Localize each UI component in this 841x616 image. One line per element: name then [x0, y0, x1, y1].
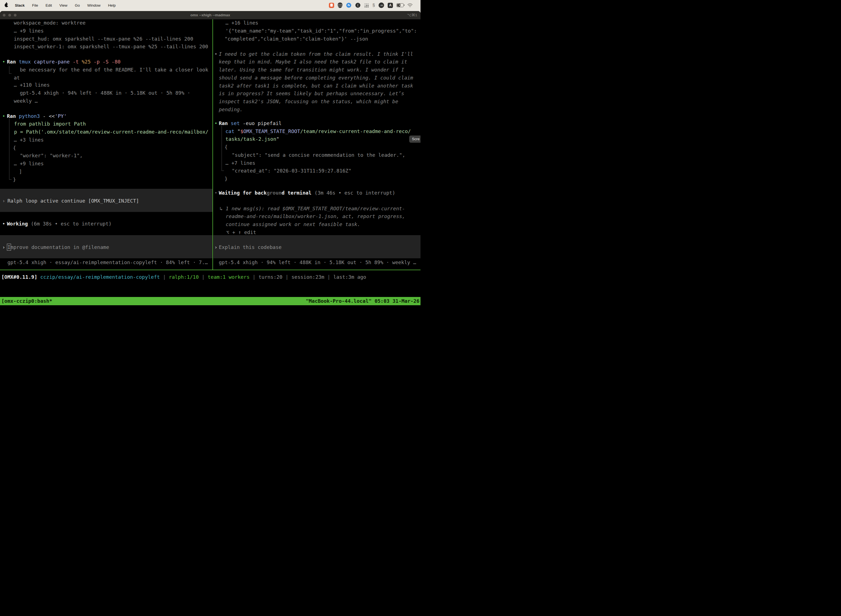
- pane-status-line: gpt-5.4 xhigh · 94% left · 488K in · 5.1…: [219, 258, 416, 266]
- window-shortcut: ⌥⌘1: [407, 11, 417, 19]
- terminal-line: gpt-5.4 xhigh · 94% left · 488K in · 5.1…: [20, 89, 190, 97]
- terminal-window: omx --xhigh --madmax ⌥⌘1 workspace_mode:…: [0, 11, 420, 308]
- terminal-line: inspect_worker-1: omx sparkshell --tmux-…: [14, 43, 208, 50]
- terminal-line: '{"team_name":"my-team","task_id":"1","f…: [226, 27, 417, 35]
- bullet: •: [214, 119, 217, 127]
- menu-item-edit[interactable]: Edit: [45, 3, 52, 7]
- menu-items: SlackFileEditViewGoWindowHelp: [15, 3, 116, 7]
- terminal-line: … +9 lines: [14, 160, 44, 167]
- count-badge-icon[interactable]: ..61: [378, 3, 384, 8]
- ralph-status-line: Ralph loop active continue [OMX_TMUX_INJ…: [7, 197, 139, 205]
- terminal-line: at: [14, 74, 20, 82]
- omx-status-line: [OMX#0.11.9] cczip/essay/ai-reimplementa…: [1, 273, 366, 281]
- notch-app-icon[interactable]: [355, 3, 360, 8]
- terminal-line: ]: [19, 167, 22, 176]
- thinking-text: later. Using the same for transition mig…: [219, 66, 404, 74]
- terminal-line: … +7 lines: [226, 159, 255, 167]
- terminal-line: weekly …: [14, 97, 38, 105]
- bullet: •: [214, 50, 217, 58]
- prompt-chevron: ›: [214, 243, 217, 251]
- prompt-chevron: ›: [2, 243, 5, 251]
- prompt-chevron: ›: [2, 197, 5, 205]
- shield-grid-icon[interactable]: [338, 3, 343, 8]
- terminal-line: … +16 lines: [226, 19, 258, 27]
- tmux-session-label: [omx-cczip0:bash*: [1, 297, 52, 305]
- window-title: omx --xhigh --madmax: [0, 11, 420, 19]
- input-placeholder[interactable]: Improve documentation in @filename: [7, 243, 109, 251]
- terminal-line: … +110 lines: [14, 81, 50, 89]
- menu-item-go[interactable]: Go: [75, 3, 80, 7]
- terminal-line: p = Path('.omx/state/team/review-current…: [14, 128, 208, 136]
- squiggle-icon[interactable]: §: [372, 3, 375, 8]
- pane-status-line: gpt-5.4 xhigh · essay/ai-reimplementatio…: [7, 258, 208, 266]
- terminal-line: }: [224, 175, 228, 183]
- menu-status-icons: § ..61 A: [329, 0, 413, 10]
- left-terminal-pane[interactable]: workspace_mode: worktree… +9 linesinspec…: [0, 19, 212, 270]
- thinking-text: inspect task2's JSON, focusing on the st…: [219, 97, 398, 106]
- apple-menu-icon[interactable]: [5, 3, 8, 7]
- thinking-text: task2 after task1 is complete, but can I…: [219, 82, 413, 90]
- terminal-line: {: [224, 143, 228, 151]
- terminal-line: "subject": "send a concise recommendatio…: [232, 151, 405, 159]
- terminal-line: "created_at": "2026-03-31T11:59:27.816Z": [232, 167, 351, 175]
- working-status: Working (6m 38s • esc to interrupt): [7, 220, 111, 228]
- bullet: •: [2, 58, 5, 66]
- menu-item-slack[interactable]: Slack: [15, 3, 25, 7]
- wifi-icon[interactable]: [407, 3, 413, 7]
- input-placeholder[interactable]: Explain this codebase: [219, 243, 282, 251]
- terminal-line: … +9 lines: [14, 27, 44, 35]
- terminal-line: … +3 lines: [14, 136, 44, 144]
- command-line: Ran set -euo pipefail: [219, 119, 282, 127]
- thinking-text: pending.: [219, 106, 243, 113]
- menu-item-window[interactable]: Window: [87, 3, 100, 7]
- terminal-line: readme-and-reco/mailbox/worker-1.json, a…: [226, 212, 405, 220]
- terminal-line: from pathlib import Path: [14, 120, 86, 128]
- terminal-line: inspect_hud: omx sparkshell --tmux-pane …: [14, 35, 193, 43]
- right-terminal-pane[interactable]: … +16 lines'{"team_name":"my-team","task…: [213, 19, 420, 270]
- bullet: •: [214, 189, 217, 197]
- dots-grid-icon[interactable]: [364, 3, 369, 8]
- battery-icon[interactable]: [397, 3, 404, 7]
- thinking-text: should send a message before completing …: [219, 74, 413, 82]
- terminal-line: workspace_mode: worktree: [14, 19, 85, 27]
- edit-hint: ⌥ + ↑ edit: [226, 228, 256, 236]
- terminal-line: continue assigned work or next feasible …: [226, 220, 360, 228]
- window-titlebar[interactable]: omx --xhigh --madmax ⌥⌘1: [0, 11, 420, 19]
- menu-item-file[interactable]: File: [32, 3, 38, 7]
- menu-bar: SlackFileEditViewGoWindowHelp § ..61 A: [0, 0, 420, 10]
- menu-item-help[interactable]: Help: [108, 3, 116, 7]
- terminal-line: "completed","claim_token":"claim-token"}…: [224, 35, 368, 43]
- chat-app-icon[interactable]: [329, 3, 334, 8]
- terminal-line: be necessary for the end of the README. …: [20, 66, 208, 74]
- thinking-text: is in progress? It seems likely but perh…: [219, 89, 404, 97]
- thinking-text: keep that in mind. Maybe I also need the…: [219, 58, 407, 66]
- screen: SlackFileEditViewGoWindowHelp § ..61 A: [0, 0, 420, 308]
- input-source-icon[interactable]: A: [388, 3, 393, 8]
- terminal-line: "worker": "worker-1",: [20, 151, 83, 160]
- pane-bottom-border: [0, 270, 420, 270]
- terminal-line: ↳ 1 new msg(s): read $OMX_TEAM_STATE_ROO…: [220, 204, 405, 213]
- waiting-status: Waiting for background terminal (3m 46s …: [219, 189, 395, 197]
- command-line: Ran python3 - <<'PY': [7, 112, 67, 120]
- bullet: •: [2, 112, 5, 120]
- bullet: •: [2, 220, 5, 228]
- tmux-host-clock: "MacBook-Pro-44.local" 05:03 31-Mar-26: [306, 297, 419, 305]
- pane-divider[interactable]: [212, 19, 213, 270]
- terminal-line: cat "$OMX_TEAM_STATE_ROOT/team/review-cu…: [226, 127, 411, 135]
- terminal-line: {: [13, 144, 16, 152]
- terminal-line: tasks/task-2.json": [226, 135, 279, 143]
- thinking-text: I need to get the claim token from the c…: [219, 50, 413, 58]
- screen-tooltip: Scre: [409, 135, 420, 143]
- menu-item-view[interactable]: View: [59, 3, 67, 7]
- terminal-line: }: [13, 176, 16, 183]
- tmux-status-bar: [omx-cczip0:bash* "MacBook-Pro-44.local"…: [0, 297, 420, 305]
- sync-badge-icon[interactable]: [346, 3, 352, 8]
- command-line: Ran tmux capture-pane -t %25 -p -S -80: [7, 58, 120, 66]
